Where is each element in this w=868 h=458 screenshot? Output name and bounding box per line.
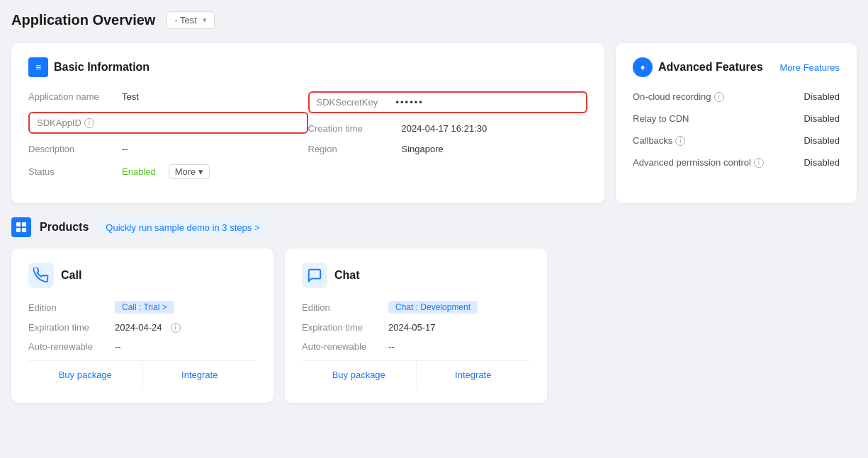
call-product-icon bbox=[28, 263, 54, 288]
call-expiration-info-icon[interactable]: i bbox=[171, 323, 181, 333]
chat-expiration-value: 2024-05-17 bbox=[388, 322, 436, 333]
page-header: Application Overview - Test ▾ bbox=[11, 11, 857, 29]
basic-info-grid: Application name Test SDKAppID i Descrip… bbox=[28, 91, 587, 189]
region-value: Singapore bbox=[402, 144, 444, 154]
svg-rect-3 bbox=[22, 228, 26, 232]
advanced-features-list: On-cloud recording i Disabled Relay to C… bbox=[633, 91, 840, 168]
sdk-appid-label: SDKAppID i bbox=[37, 118, 94, 128]
advanced-row-0: On-cloud recording i Disabled bbox=[633, 91, 840, 102]
info-right: SDKSecretKey •••••• Creation time 2024-0… bbox=[308, 91, 588, 189]
sdk-key-label: SDKSecretKey bbox=[317, 97, 388, 108]
creation-time-label: Creation time bbox=[308, 123, 393, 134]
status-label: Status bbox=[28, 166, 113, 177]
status-value: Enabled bbox=[122, 166, 156, 177]
more-button[interactable]: More ▾ bbox=[169, 164, 210, 179]
advanced-row-3: Advanced permission control i Disabled bbox=[633, 157, 840, 168]
chat-buy-button[interactable]: Buy package bbox=[302, 361, 417, 389]
chat-edition-label: Edition bbox=[302, 302, 380, 313]
svg-rect-0 bbox=[16, 222, 21, 227]
chat-product-header: Chat bbox=[302, 263, 530, 288]
call-expiration-label: Expiration time bbox=[28, 322, 106, 333]
products-section: Products Quickly run sample demo in 3 st… bbox=[11, 217, 857, 403]
sdk-key-row: SDKSecretKey •••••• bbox=[308, 91, 588, 113]
chat-product-name: Chat bbox=[334, 269, 360, 282]
call-product-name: Call bbox=[61, 269, 81, 282]
chat-expiration-row: Expiration time 2024-05-17 bbox=[302, 322, 530, 333]
advanced-features-header: ♦ Advanced Features More Features bbox=[633, 57, 840, 77]
advanced-features-title: Advanced Features bbox=[658, 61, 763, 74]
call-product-card: Call Edition Call : Trial > Expiration t… bbox=[11, 248, 274, 403]
basic-info-icon: ≡ bbox=[28, 57, 48, 77]
chat-product-actions: Buy package Integrate bbox=[302, 360, 530, 389]
app-selector-text: - Test bbox=[174, 15, 197, 25]
chat-product-card: Chat Edition Chat : Development Expirati… bbox=[285, 248, 547, 403]
description-row: Description -- bbox=[28, 144, 308, 154]
advanced-row-1: Relay to CDN Disabled bbox=[633, 113, 840, 124]
advanced-info-icon-2[interactable]: i bbox=[675, 136, 685, 146]
sdk-appid-row: SDKAppID i bbox=[28, 112, 308, 134]
advanced-features-icon: ♦ bbox=[633, 57, 653, 77]
chat-edition-row: Edition Chat : Development bbox=[302, 301, 530, 314]
call-edition-row: Edition Call : Trial > bbox=[28, 301, 257, 314]
call-expiration-row: Expiration time 2024-04-24 i bbox=[28, 322, 257, 333]
advanced-value-3: Disabled bbox=[804, 157, 840, 168]
svg-rect-1 bbox=[22, 222, 26, 227]
app-name-value: Test bbox=[122, 91, 139, 102]
advanced-value-0: Disabled bbox=[804, 91, 840, 102]
description-label: Description bbox=[28, 144, 113, 154]
advanced-label-3: Advanced permission control i bbox=[633, 157, 764, 168]
chat-autorenew-value: -- bbox=[388, 341, 395, 352]
basic-info-header: ≡ Basic Information bbox=[28, 57, 587, 77]
demo-link[interactable]: Quickly run sample demo in 3 steps > bbox=[97, 220, 268, 235]
chat-autorenew-label: Auto-renewable bbox=[302, 341, 380, 352]
region-row: Region Singapore bbox=[308, 144, 588, 154]
basic-info-title: Basic Information bbox=[54, 61, 150, 74]
chat-integrate-button[interactable]: Integrate bbox=[417, 361, 531, 389]
call-autorenew-label: Auto-renewable bbox=[28, 341, 106, 352]
call-product-header: Call bbox=[28, 263, 257, 288]
app-selector[interactable]: - Test ▾ bbox=[167, 11, 215, 29]
description-value: -- bbox=[122, 144, 128, 154]
advanced-label-2: Callbacks i bbox=[633, 135, 685, 146]
sdk-key-value: •••••• bbox=[396, 97, 424, 108]
app-name-label: Application name bbox=[28, 91, 113, 102]
sdk-appid-info-icon[interactable]: i bbox=[84, 118, 94, 128]
products-grid: Call Edition Call : Trial > Expiration t… bbox=[11, 248, 857, 403]
advanced-label-1: Relay to CDN bbox=[633, 113, 689, 124]
advanced-value-2: Disabled bbox=[804, 135, 840, 146]
creation-time-row: Creation time 2024-04-17 16:21:30 bbox=[308, 123, 588, 134]
call-product-actions: Buy package Integrate bbox=[28, 360, 257, 389]
advanced-row-2: Callbacks i Disabled bbox=[633, 135, 840, 146]
info-left: Application name Test SDKAppID i Descrip… bbox=[28, 91, 308, 189]
main-content: ≡ Basic Information Application name Tes… bbox=[11, 43, 857, 203]
advanced-features-card: ♦ Advanced Features More Features On-clo… bbox=[616, 43, 857, 203]
call-edition-badge[interactable]: Call : Trial > bbox=[115, 301, 174, 314]
more-features-link[interactable]: More Features bbox=[779, 62, 840, 73]
svg-rect-2 bbox=[16, 228, 21, 232]
status-row: Status Enabled More ▾ bbox=[28, 164, 308, 179]
chat-autorenew-row: Auto-renewable -- bbox=[302, 341, 530, 352]
app-name-row: Application name Test bbox=[28, 91, 308, 102]
advanced-info-icon-0[interactable]: i bbox=[714, 92, 724, 102]
call-buy-button[interactable]: Buy package bbox=[28, 361, 143, 389]
page-title: Application Overview bbox=[11, 12, 155, 28]
chat-expiration-label: Expiration time bbox=[302, 322, 380, 333]
products-title: Products bbox=[40, 221, 89, 234]
call-edition-label: Edition bbox=[28, 302, 106, 313]
advanced-info-icon-3[interactable]: i bbox=[754, 158, 764, 168]
basic-info-card: ≡ Basic Information Application name Tes… bbox=[11, 43, 604, 203]
chevron-down-icon: ▾ bbox=[203, 16, 207, 25]
products-icon bbox=[11, 217, 31, 237]
chat-product-icon bbox=[302, 263, 327, 288]
products-header: Products Quickly run sample demo in 3 st… bbox=[11, 217, 857, 237]
call-autorenew-value: -- bbox=[115, 341, 121, 352]
region-label: Region bbox=[308, 144, 393, 154]
call-autorenew-row: Auto-renewable -- bbox=[28, 341, 257, 352]
call-integrate-button[interactable]: Integrate bbox=[143, 361, 257, 389]
call-expiration-value: 2024-04-24 bbox=[115, 322, 162, 333]
creation-time-value: 2024-04-17 16:21:30 bbox=[402, 123, 487, 134]
chat-edition-badge[interactable]: Chat : Development bbox=[388, 301, 478, 314]
advanced-value-1: Disabled bbox=[804, 113, 840, 124]
advanced-label-0: On-cloud recording i bbox=[633, 91, 724, 102]
